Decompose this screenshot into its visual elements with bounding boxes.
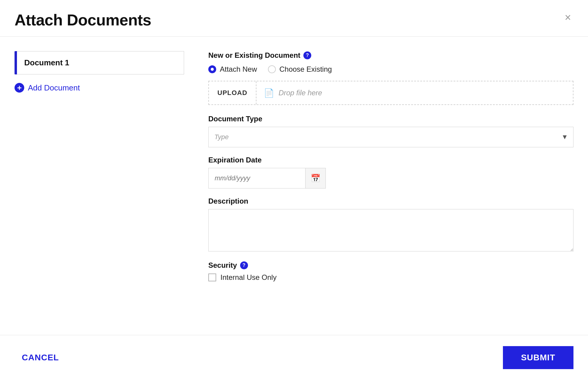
modal-footer: CANCEL SUBMIT bbox=[0, 335, 588, 380]
description-label: Description bbox=[208, 197, 573, 205]
add-document-button[interactable]: + Add Document bbox=[15, 83, 184, 93]
drop-file-label: Drop file here bbox=[279, 89, 322, 97]
submit-button[interactable]: SUBMIT bbox=[503, 346, 573, 369]
expiration-date-section: Expiration Date 📅 bbox=[208, 156, 573, 188]
document-item: Document 1 bbox=[15, 51, 184, 74]
modal-header: Attach Documents × bbox=[0, 0, 588, 37]
file-icon: 📄 bbox=[264, 88, 274, 98]
security-section: Security ? Internal Use Only bbox=[208, 261, 573, 282]
choose-existing-label: Choose Existing bbox=[279, 65, 332, 74]
security-help-icon[interactable]: ? bbox=[240, 261, 248, 269]
document-type-section: Document Type ▼ Type bbox=[208, 115, 573, 147]
expiration-date-label: Expiration Date bbox=[208, 156, 573, 164]
radio-group: Attach New Choose Existing bbox=[208, 65, 573, 74]
internal-use-only-checkbox[interactable]: Internal Use Only bbox=[208, 273, 573, 282]
document-item-label: Document 1 bbox=[17, 51, 184, 74]
description-section: Description bbox=[208, 197, 573, 253]
document-type-select[interactable] bbox=[208, 127, 573, 147]
document-item-bar bbox=[15, 51, 17, 74]
choose-existing-radio[interactable]: Choose Existing bbox=[268, 65, 332, 74]
close-icon[interactable]: × bbox=[562, 11, 573, 24]
drop-area: 📄 Drop file here bbox=[256, 81, 573, 104]
description-textarea[interactable] bbox=[208, 209, 573, 251]
right-panel: New or Existing Document ? Attach New Ch… bbox=[208, 51, 573, 320]
add-document-label: Add Document bbox=[28, 83, 80, 93]
choose-existing-radio-circle bbox=[268, 65, 276, 73]
internal-use-only-checkbox-box bbox=[208, 274, 216, 281]
modal-body: Document 1 + Add Document New or Existin… bbox=[0, 37, 588, 320]
attach-new-radio[interactable]: Attach New bbox=[208, 65, 257, 74]
new-or-existing-label: New or Existing Document ? bbox=[208, 51, 573, 60]
upload-button[interactable]: UPLOAD bbox=[209, 81, 256, 104]
upload-area: UPLOAD 📄 Drop file here bbox=[208, 81, 573, 105]
security-label: Security ? bbox=[208, 261, 573, 270]
modal-container: Attach Documents × Document 1 + Add Docu… bbox=[0, 0, 588, 380]
internal-use-only-label: Internal Use Only bbox=[220, 273, 276, 282]
cancel-button[interactable]: CANCEL bbox=[15, 348, 66, 367]
attach-new-radio-circle bbox=[208, 65, 216, 73]
modal-title: Attach Documents bbox=[15, 11, 151, 29]
document-type-label: Document Type bbox=[208, 115, 573, 123]
calendar-icon-button[interactable]: 📅 bbox=[305, 168, 326, 188]
date-wrapper: 📅 bbox=[208, 168, 326, 188]
left-panel: Document 1 + Add Document bbox=[15, 51, 184, 320]
new-or-existing-help-icon[interactable]: ? bbox=[303, 51, 311, 59]
attach-new-label: Attach New bbox=[220, 65, 257, 74]
expiration-date-input[interactable] bbox=[208, 168, 305, 188]
document-type-wrapper: ▼ Type bbox=[208, 127, 573, 147]
add-document-icon: + bbox=[15, 83, 24, 93]
